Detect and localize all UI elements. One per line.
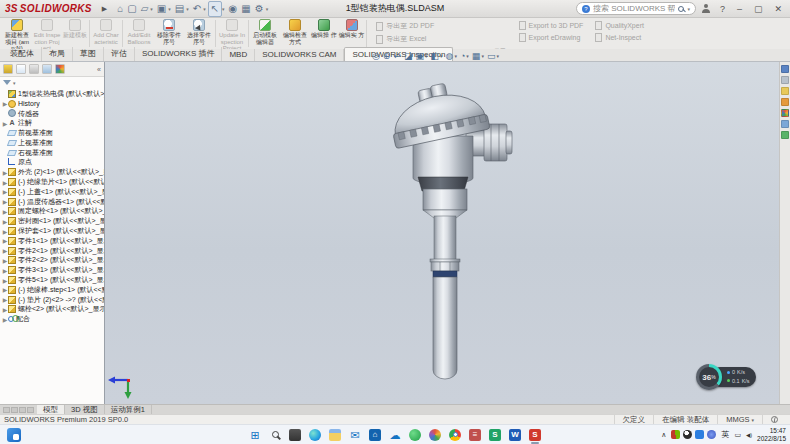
section-view-icon[interactable]: ◪ (404, 50, 413, 62)
user-account-icon[interactable] (702, 4, 711, 13)
app-s-taskbar-icon[interactable]: S (488, 428, 502, 442)
thermocouple-model[interactable] (380, 80, 540, 390)
hide-show-items-icon[interactable]: ◍ (446, 50, 454, 62)
network-icon[interactable]: ▭ (734, 431, 741, 439)
undo-icon-dropdown[interactable]: ▾ (203, 6, 206, 12)
app-blue-tray-icon[interactable] (695, 430, 704, 439)
export-item[interactable]: Export to 3D PDF (519, 21, 584, 30)
tree-item[interactable]: ▶固定螺栓<1> (默认<<默认>_显示 (0, 207, 104, 217)
options-icon-dropdown[interactable]: ▾ (266, 6, 269, 12)
store-taskbar-icon[interactable]: ⌂ (368, 428, 382, 442)
remove-balloons-button[interactable]: 移除零件序号 (154, 18, 184, 49)
tree-item[interactable]: ▶外壳 (2)<1> (默认<<默认>_显示状 (0, 167, 104, 177)
scroll-last-button[interactable] (27, 407, 34, 413)
doc-tab-0[interactable]: 模型 (37, 405, 65, 414)
ribbon-tab-1[interactable]: 布局 (42, 47, 73, 61)
web-status[interactable] (762, 415, 786, 424)
export-item[interactable]: QualityXpert (595, 21, 644, 30)
edit-inspection-project-button[interactable]: Edit Inspection Project (32, 18, 62, 49)
file-explorer-icon[interactable] (781, 87, 789, 95)
open-icon[interactable]: ▱ (139, 2, 151, 16)
new-doc-icon[interactable]: ▢ (125, 2, 138, 16)
new-inspection-project-button[interactable]: 新建检查项目 (amp;N) (2, 18, 32, 49)
add-characteristic-button[interactable]: Add Characteristic (91, 18, 121, 49)
zoom-area-icon[interactable]: ⊕ (383, 50, 391, 62)
forum-icon[interactable] (781, 131, 789, 139)
qq-tray-icon[interactable] (683, 430, 692, 439)
print-icon-dropdown[interactable]: ▾ (186, 6, 189, 12)
scene-icon[interactable]: ▦ (472, 50, 481, 62)
tree-item[interactable]: ▶配合 (0, 314, 104, 324)
view-settings-icon-dropdown[interactable]: ▾ (496, 53, 499, 59)
export-item[interactable]: 导出至 Excel (376, 34, 506, 44)
doc-tab-2[interactable]: 运动算例1 (105, 405, 152, 414)
previous-view-icon[interactable]: ↩ (393, 50, 401, 62)
chrome-taskbar-icon[interactable] (448, 428, 462, 442)
export-item[interactable]: Net-Inspect (595, 33, 644, 42)
tree-item[interactable]: ▶(-) 绝缘垫片<1> (默认<<默认>_显 (0, 177, 104, 187)
ribbon-tab-6[interactable]: SOLIDWORKS CAM (255, 49, 344, 61)
scene-icon-dropdown[interactable]: ▾ (481, 53, 484, 59)
ime-indicator[interactable]: 英 (721, 429, 729, 440)
gpu-tray-icon[interactable] (671, 430, 680, 439)
taskbar-clock[interactable]: 15:47 2022/8/15 (757, 427, 786, 442)
search-box[interactable]: ? 搜索 SOLIDWORKS 帮助 ▾ (576, 2, 696, 15)
search-input[interactable]: 搜索 SOLIDWORKS 帮助 (593, 3, 675, 14)
search-icon[interactable] (678, 6, 684, 12)
display-style-icon-dropdown[interactable]: ▾ (440, 53, 443, 59)
tree-item[interactable]: ▶零件1<1> (默认<<默认>_显示状态 (0, 236, 104, 246)
export-item[interactable]: 导出至 2D PDF (376, 21, 506, 31)
shield-tray-icon[interactable] (707, 430, 716, 439)
undo-icon[interactable]: ↶ (191, 2, 203, 16)
word-taskbar-icon[interactable]: W (508, 428, 522, 442)
displaymanager-tab-icon[interactable] (55, 64, 65, 74)
tree-item[interactable]: ▶零件3<1> (默认<<默认>_显示状 (0, 265, 104, 275)
ribbon-tab-4[interactable]: SOLIDWORKS 插件 (135, 47, 222, 61)
edit-operations-button[interactable]: 编辑操 作 (310, 18, 338, 49)
select-balloons-button[interactable]: 选择零件序号 (184, 18, 214, 49)
appearances-icon[interactable] (781, 109, 789, 117)
view-palette-icon[interactable] (781, 98, 789, 106)
close-button[interactable]: ✕ (771, 4, 785, 14)
export-item[interactable]: Export eDrawing (519, 33, 584, 42)
onedrive-taskbar-icon[interactable]: ☁ (388, 428, 402, 442)
scroll-next-button[interactable] (19, 407, 26, 413)
options-icon[interactable]: ⚙ (253, 2, 266, 16)
app-green-taskbar-icon[interactable] (408, 428, 422, 442)
edit-appearance-icon-dropdown[interactable]: ▾ (466, 53, 469, 59)
ribbon-tab-0[interactable]: 装配体 (3, 47, 42, 61)
tree-item[interactable]: ▶零件2<2> (默认<<默认>_显示状 (0, 256, 104, 266)
tree-item[interactable]: ▶零件5<1> (默认<<默认>_显示状 (0, 275, 104, 285)
search-taskbar-icon[interactable] (268, 428, 282, 442)
home-icon[interactable]: ⌂ (115, 2, 125, 16)
featuremanager-tab-icon[interactable] (3, 64, 13, 74)
select-icon[interactable]: ↖ (208, 1, 222, 17)
new-template-button[interactable]: 新建模板 (62, 18, 88, 49)
units-dropdown-icon[interactable]: ▾ (751, 417, 754, 423)
tree-item[interactable]: 上视基准面 (0, 138, 104, 148)
view-settings-icon[interactable]: ▭ (487, 50, 496, 62)
hide-show-items-icon-dropdown[interactable]: ▾ (454, 53, 457, 59)
volume-icon[interactable]: ◀) (746, 432, 752, 438)
save-icon-dropdown[interactable]: ▾ (168, 6, 171, 12)
mail-taskbar-icon[interactable]: ✉ (348, 428, 362, 442)
select-icon-dropdown[interactable]: ▾ (222, 6, 225, 12)
dimxpertmanager-tab-icon[interactable] (42, 64, 52, 74)
configurationmanager-tab-icon[interactable] (29, 64, 39, 74)
menu-expand-arrow-icon[interactable]: ▶ (102, 5, 107, 13)
ribbon-tab-5[interactable]: MBD (222, 49, 255, 61)
search-dropdown-icon[interactable]: ▾ (687, 6, 690, 12)
display-settings-icon[interactable]: ▦ (239, 2, 252, 16)
tree-item[interactable]: ▶(-) 温度传感器<1> (默认<<默认>_ (0, 197, 104, 207)
propertymanager-tab-icon[interactable] (16, 64, 26, 74)
view-orientation-icon-dropdown[interactable]: ▾ (425, 53, 428, 59)
ribbon-tab-2[interactable]: 草图 (73, 47, 104, 61)
view-orientation-icon[interactable]: ▣ (415, 50, 424, 62)
hidden-icons-chevron[interactable]: ∧ (661, 431, 666, 439)
task-view-taskbar-icon[interactable] (288, 428, 302, 442)
tree-item[interactable]: ▶螺栓<2> (默认<<默认>_显示状态 (0, 305, 104, 315)
update-inspection-project-button[interactable]: Update Inspection Project (217, 18, 247, 49)
save-icon[interactable]: ▣ (155, 2, 168, 16)
edit-instance-methods-button[interactable]: 编辑实 方 (338, 18, 366, 49)
tree-item[interactable]: 原点 (0, 158, 104, 168)
